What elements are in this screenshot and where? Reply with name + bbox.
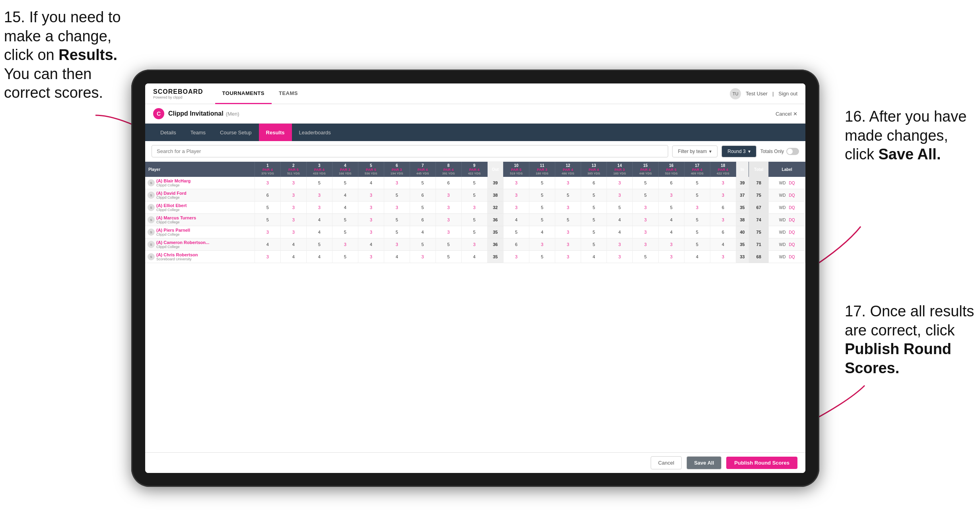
hole-7-score[interactable]: 4 [410, 226, 436, 238]
hole-11-score[interactable]: 3 [529, 238, 555, 251]
hole-17-score[interactable]: 5 [684, 238, 710, 251]
hole-1-score[interactable]: 4 [255, 238, 280, 251]
tab-details[interactable]: Details [153, 124, 183, 141]
player-name-link[interactable]: (A) Blair McHarg [156, 178, 191, 183]
hole-1-score[interactable]: 5 [255, 214, 280, 226]
wd-label[interactable]: WD [778, 205, 788, 211]
hole-13-score[interactable]: 5 [581, 189, 607, 202]
hole-9-score[interactable]: 5 [461, 177, 487, 189]
hole-1-score[interactable]: 3 [255, 177, 280, 189]
hole-12-score[interactable]: 5 [555, 214, 581, 226]
save-all-button[interactable]: Save All [686, 456, 721, 469]
hole-5-score[interactable]: 3 [358, 202, 384, 214]
hole-17-score[interactable]: 5 [684, 177, 710, 189]
hole-18-score[interactable]: 3 [710, 177, 736, 189]
hole-10-score[interactable]: 6 [504, 238, 529, 251]
player-name-link[interactable]: (A) Chris Robertson [156, 252, 198, 257]
dq-label[interactable]: DQ [788, 229, 797, 235]
tab-teams[interactable]: Teams [183, 124, 213, 141]
wd-label[interactable]: WD [778, 242, 788, 248]
hole-4-score[interactable]: 4 [332, 202, 358, 214]
hole-14-score[interactable]: 3 [607, 251, 632, 263]
hole-8-score[interactable]: 3 [436, 214, 461, 226]
hole-1-score[interactable]: 5 [255, 202, 280, 214]
hole-13-score[interactable]: 5 [581, 202, 607, 214]
hole-10-score[interactable]: 4 [504, 214, 529, 226]
wd-label[interactable]: WD [778, 180, 788, 186]
hole-5-score[interactable]: 4 [358, 238, 384, 251]
hole-15-score[interactable]: 5 [632, 251, 658, 263]
hole-17-score[interactable]: 4 [684, 251, 710, 263]
hole-16-score[interactable]: 4 [658, 226, 684, 238]
hole-6-score[interactable]: 5 [384, 189, 410, 202]
hole-8-score[interactable]: 3 [436, 202, 461, 214]
sign-out-link[interactable]: Sign out [778, 91, 797, 97]
hole-2-score[interactable]: 3 [280, 177, 306, 189]
hole-2-score[interactable]: 3 [280, 214, 306, 226]
tab-course-setup[interactable]: Course Setup [213, 124, 259, 141]
hole-2-score[interactable]: 4 [280, 251, 306, 263]
hole-5-score[interactable]: 3 [358, 214, 384, 226]
dq-label[interactable]: DQ [788, 192, 797, 198]
hole-7-score[interactable]: 3 [410, 251, 436, 263]
hole-7-score[interactable]: 5 [410, 177, 436, 189]
hole-12-score[interactable]: 3 [555, 202, 581, 214]
hole-9-score[interactable]: 5 [461, 226, 487, 238]
hole-17-score[interactable]: 5 [684, 189, 710, 202]
hole-7-score[interactable]: 6 [410, 214, 436, 226]
cancel-button[interactable]: Cancel [651, 456, 682, 469]
player-name-link[interactable]: (A) Marcus Turners [156, 215, 196, 220]
hole-17-score[interactable]: 5 [684, 214, 710, 226]
hole-15-score[interactable]: 3 [632, 202, 658, 214]
hole-14-score[interactable]: 4 [607, 226, 632, 238]
hole-4-score[interactable]: 5 [332, 214, 358, 226]
hole-1-score[interactable]: 6 [255, 189, 280, 202]
hole-9-score[interactable]: 4 [461, 251, 487, 263]
hole-8-score[interactable]: 5 [436, 251, 461, 263]
hole-2-score[interactable]: 3 [280, 202, 306, 214]
hole-16-score[interactable]: 3 [658, 238, 684, 251]
hole-11-score[interactable]: 5 [529, 177, 555, 189]
wd-label[interactable]: WD [778, 192, 788, 198]
player-name-link[interactable]: (A) Piers Parnell [156, 228, 190, 232]
hole-4-score[interactable]: 5 [332, 251, 358, 263]
hole-11-score[interactable]: 5 [529, 214, 555, 226]
hole-1-score[interactable]: 3 [255, 251, 280, 263]
hole-16-score[interactable]: 4 [658, 214, 684, 226]
hole-13-score[interactable]: 6 [581, 177, 607, 189]
nav-teams[interactable]: TEAMS [272, 83, 305, 104]
hole-6-score[interactable]: 3 [384, 177, 410, 189]
hole-9-score[interactable]: 5 [461, 214, 487, 226]
hole-3-score[interactable]: 4 [306, 214, 332, 226]
hole-18-score[interactable]: 3 [710, 189, 736, 202]
hole-14-score[interactable]: 3 [607, 238, 632, 251]
hole-17-score[interactable]: 3 [684, 202, 710, 214]
hole-18-score[interactable]: 3 [710, 214, 736, 226]
hole-9-score[interactable]: 3 [461, 238, 487, 251]
dq-label[interactable]: DQ [788, 205, 797, 211]
hole-12-score[interactable]: 3 [555, 226, 581, 238]
tab-results[interactable]: Results [259, 124, 292, 141]
filter-by-team-dropdown[interactable]: Filter by team ▾ [672, 145, 718, 157]
cancel-tournament-button[interactable]: Cancel ✕ [776, 111, 797, 117]
hole-3-score[interactable]: 3 [306, 202, 332, 214]
hole-8-score[interactable]: 3 [436, 189, 461, 202]
hole-14-score[interactable]: 3 [607, 177, 632, 189]
tab-leaderboards[interactable]: Leaderboards [292, 124, 338, 141]
hole-10-score[interactable]: 5 [504, 226, 529, 238]
hole-8-score[interactable]: 6 [436, 177, 461, 189]
hole-6-score[interactable]: 3 [384, 202, 410, 214]
hole-1-score[interactable]: 3 [255, 226, 280, 238]
dq-label[interactable]: DQ [788, 254, 797, 260]
hole-16-score[interactable]: 3 [658, 251, 684, 263]
hole-18-score[interactable]: 6 [710, 226, 736, 238]
player-name-link[interactable]: (A) Elliot Ebert [156, 203, 187, 208]
hole-3-score[interactable]: 4 [306, 251, 332, 263]
player-name-link[interactable]: (A) Cameron Robertson... [156, 240, 209, 245]
hole-9-score[interactable]: 5 [461, 189, 487, 202]
hole-15-score[interactable]: 3 [632, 238, 658, 251]
hole-14-score[interactable]: 5 [607, 202, 632, 214]
hole-14-score[interactable]: 3 [607, 189, 632, 202]
hole-2-score[interactable]: 3 [280, 189, 306, 202]
hole-6-score[interactable]: 4 [384, 251, 410, 263]
